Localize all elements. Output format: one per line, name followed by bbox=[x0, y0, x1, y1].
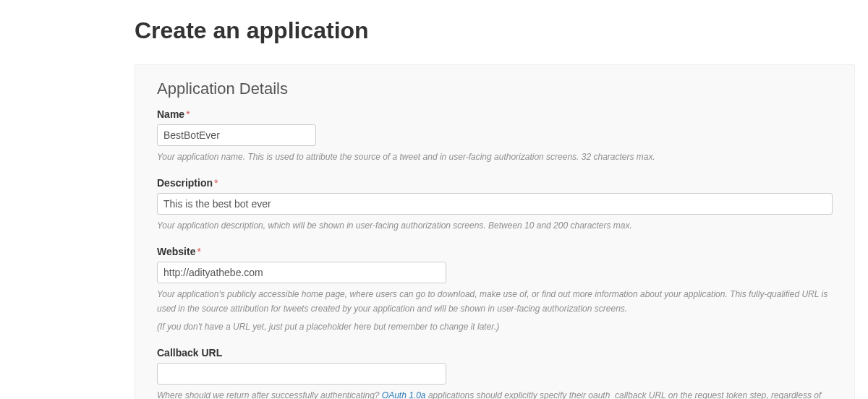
description-label-text: Description bbox=[157, 177, 213, 189]
field-callback: Callback URL Where should we return afte… bbox=[157, 347, 833, 399]
application-details-panel: Application Details Name* Your applicati… bbox=[135, 64, 855, 399]
description-input[interactable] bbox=[157, 193, 833, 215]
required-mark: * bbox=[186, 108, 190, 120]
website-help-1: Your application's publicly accessible h… bbox=[157, 288, 833, 315]
website-label: Website* bbox=[157, 246, 833, 257]
oauth-link[interactable]: OAuth 1.0a bbox=[382, 390, 426, 399]
description-help: Your application description, which will… bbox=[157, 219, 833, 233]
name-label: Name* bbox=[157, 108, 833, 120]
website-label-text: Website bbox=[157, 246, 195, 257]
required-mark: * bbox=[197, 246, 200, 257]
callback-help: Where should we return after successfull… bbox=[157, 389, 833, 399]
name-input[interactable] bbox=[157, 124, 316, 146]
callback-label-text: Callback URL bbox=[157, 347, 222, 359]
panel-heading: Application Details bbox=[157, 80, 833, 98]
callback-help-pre: Where should we return after successfull… bbox=[157, 390, 382, 399]
page-title: Create an application bbox=[135, 17, 855, 44]
callback-input[interactable] bbox=[157, 363, 446, 385]
required-mark: * bbox=[214, 177, 218, 189]
field-website: Website* Your application's publicly acc… bbox=[157, 246, 833, 334]
description-label: Description* bbox=[157, 177, 833, 189]
name-label-text: Name bbox=[157, 108, 184, 120]
field-description: Description* Your application descriptio… bbox=[157, 177, 833, 233]
field-name: Name* Your application name. This is use… bbox=[157, 108, 833, 164]
callback-label: Callback URL bbox=[157, 347, 833, 359]
name-help: Your application name. This is used to a… bbox=[157, 150, 833, 164]
website-input[interactable] bbox=[157, 262, 446, 283]
website-help-2: (If you don't have a URL yet, just put a… bbox=[157, 320, 833, 334]
